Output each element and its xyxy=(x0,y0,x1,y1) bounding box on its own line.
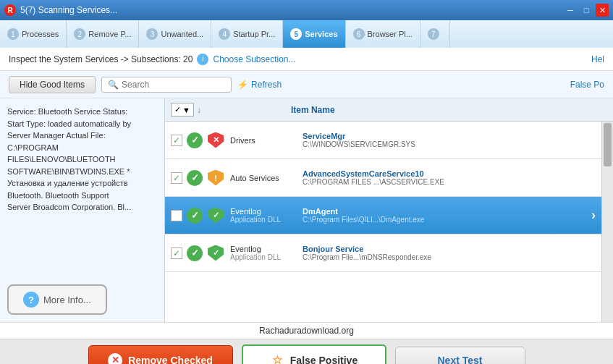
category-3: Eventlog Application DLL xyxy=(230,207,303,224)
check-icon: ✓ xyxy=(173,248,180,258)
window-controls[interactable]: ─ □ ✕ xyxy=(564,4,609,17)
table-row[interactable]: ✓ ✓ ✕ Drivers ServiceMgr C:\WINDOWS\SERV… xyxy=(165,122,601,159)
threat-icon-1: ✕ xyxy=(207,132,224,149)
tab-remove[interactable]: 2 Remove P... xyxy=(67,20,139,48)
red-shield-icon: ✕ xyxy=(208,132,224,148)
check-icon: ✓ xyxy=(173,135,180,145)
minimize-button[interactable]: ─ xyxy=(564,4,577,17)
item-name-col-2: AdvancedSystemCareService10 C:\PROGRAM F… xyxy=(303,169,596,186)
remove-x-icon: ✕ xyxy=(108,353,122,365)
watermark: Rachaduradownload.org xyxy=(0,322,613,339)
right-panel: ✓ ▼ ↓ Item Name ✓ ✓ ✕ xyxy=(165,98,613,322)
info-icon[interactable]: i xyxy=(197,54,208,65)
search-icon: 🔍 xyxy=(108,80,119,90)
item-name-col-4: Bonjour Service C:\Program File...\mDNSR… xyxy=(303,245,596,261)
row-checkbox-3[interactable] xyxy=(171,210,182,221)
service-info-text: Service: Bluetooth Service Status: Start… xyxy=(7,106,157,213)
false-positive-top-button[interactable]: False Po xyxy=(570,80,604,90)
tab-services[interactable]: 5 Services xyxy=(283,20,345,48)
green-shield-icon: ✓ xyxy=(208,208,224,224)
check-icon: ✓ xyxy=(173,173,180,183)
tab-num-5: 5 xyxy=(290,28,302,40)
status-check-2: ✓ xyxy=(187,170,203,186)
tab-num-2: 2 xyxy=(74,28,85,40)
tab-7[interactable]: 7 xyxy=(420,20,450,48)
threat-icon-2: ! xyxy=(207,169,224,187)
sort-arrow-icon[interactable]: ↓ xyxy=(197,105,201,115)
false-positive-label: False Positive xyxy=(290,355,358,365)
tab-num-4: 4 xyxy=(219,28,230,40)
refresh-button[interactable]: ⚡ Refresh xyxy=(237,80,282,90)
title-bar-left: R 5(7) Scanning Services... xyxy=(4,4,117,16)
tab-startup[interactable]: 4 Startup Pr... xyxy=(211,20,283,48)
window-title: 5(7) Scanning Services... xyxy=(20,5,117,15)
main-area: Service: Bluetooth Service Status: Start… xyxy=(0,98,613,322)
breadcrumb-bar: Inspect the System Services -> Subsectio… xyxy=(0,48,613,71)
step-tabs: 1 Processes 2 Remove P... 3 Unwanted... … xyxy=(0,20,613,48)
table-rows: ✓ ✓ ✕ Drivers ServiceMgr C:\WINDOWS\SERV… xyxy=(165,122,601,322)
tab-num-3: 3 xyxy=(146,28,158,40)
chevron-right-icon: › xyxy=(591,208,596,223)
tab-num-7: 7 xyxy=(428,28,439,40)
table-body: ✓ ✓ ✕ Drivers ServiceMgr C:\WINDOWS\SERV… xyxy=(165,122,613,322)
green-shield-icon-2: ✓ xyxy=(208,245,224,261)
app-icon: R xyxy=(4,4,16,16)
row-checkbox-2[interactable]: ✓ xyxy=(171,172,182,184)
table-row[interactable]: ✓ ✓ ✓ Eventlog Application DLL Bonjour S… xyxy=(165,234,601,272)
row-checkbox-4[interactable]: ✓ xyxy=(171,247,182,259)
category-1: Drivers xyxy=(230,136,303,145)
check-dropdown[interactable]: ✓ ▼ xyxy=(171,103,194,117)
item-name-col-1: ServiceMgr C:\WINDOWS\SERVICEMGR.SYS xyxy=(303,132,596,148)
item-name-col-3: DmAgent C:\Program Files\QILI...\DmAgent… xyxy=(303,207,591,224)
orange-shield-icon: ! xyxy=(208,170,224,186)
category-2: Auto Services xyxy=(230,174,303,182)
tab-num-6: 6 xyxy=(353,28,365,40)
remove-checked-label: Remove Checked xyxy=(128,355,213,365)
tab-label-1: Processes xyxy=(22,30,59,38)
status-check-1: ✓ xyxy=(187,132,203,148)
category-4: Eventlog Application DLL xyxy=(230,245,303,261)
more-info-button[interactable]: ? More Info... xyxy=(7,284,107,315)
scrollbar-thumb[interactable] xyxy=(604,123,612,166)
threat-icon-4: ✓ xyxy=(207,245,224,262)
tab-label-6: Browser Pl... xyxy=(368,30,413,38)
question-icon: ? xyxy=(23,292,39,308)
title-bar: R 5(7) Scanning Services... ─ □ ✕ xyxy=(0,0,613,20)
checkmark-icon: ✓ xyxy=(174,105,181,114)
table-row[interactable]: ✓ ✓ ! Auto Services AdvancedSystemCareSe… xyxy=(165,159,601,197)
tab-label-5: Services xyxy=(305,30,337,38)
more-info-label: More Info... xyxy=(43,295,91,305)
tab-unwanted[interactable]: 3 Unwanted... xyxy=(139,20,211,48)
refresh-icon: ⚡ xyxy=(237,80,248,90)
breadcrumb-text: Inspect the System Services -> Subsectio… xyxy=(9,54,193,64)
false-positive-button[interactable]: ☆ False Positive xyxy=(242,344,386,365)
bottom-bar: ✕ Remove Checked ☆ False Positive Next T… xyxy=(0,339,613,364)
maximize-button[interactable]: □ xyxy=(580,4,593,17)
tab-num-1: 1 xyxy=(7,28,19,40)
tab-processes[interactable]: 1 Processes xyxy=(0,20,67,48)
next-test-label: Next Test xyxy=(438,355,483,365)
tab-label-4: Startup Pr... xyxy=(233,30,275,38)
star-icon: ☆ xyxy=(270,353,284,365)
column-item-name: Item Name xyxy=(291,105,607,115)
toolbar: Hide Good Items 🔍 ⚡ Refresh False Po xyxy=(0,71,613,98)
left-panel: Service: Bluetooth Service Status: Start… xyxy=(0,98,165,322)
table-header: ✓ ▼ ↓ Item Name xyxy=(165,98,613,122)
tab-label-3: Unwanted... xyxy=(161,30,203,38)
next-test-button[interactable]: Next Test xyxy=(395,347,525,365)
close-button[interactable]: ✕ xyxy=(596,4,609,17)
threat-icon-3: ✓ xyxy=(207,207,224,224)
tab-browser[interactable]: 6 Browser Pl... xyxy=(346,20,420,48)
table-row[interactable]: ✓ ✓ Eventlog Application DLL DmAgent C:\… xyxy=(165,197,601,234)
status-check-4: ✓ xyxy=(187,245,203,261)
row-checkbox-1[interactable]: ✓ xyxy=(171,135,182,146)
hide-good-items-button[interactable]: Hide Good Items xyxy=(9,76,96,93)
search-input[interactable] xyxy=(122,80,208,90)
scrollbar[interactable] xyxy=(601,122,613,322)
help-link[interactable]: Hel xyxy=(591,54,604,64)
refresh-label: Refresh xyxy=(251,80,282,90)
remove-checked-button[interactable]: ✕ Remove Checked xyxy=(88,345,233,365)
search-box[interactable]: 🔍 xyxy=(101,77,232,93)
choose-subsection-link[interactable]: Choose Subsection... xyxy=(213,54,295,64)
tab-label-2: Remove P... xyxy=(88,30,131,38)
